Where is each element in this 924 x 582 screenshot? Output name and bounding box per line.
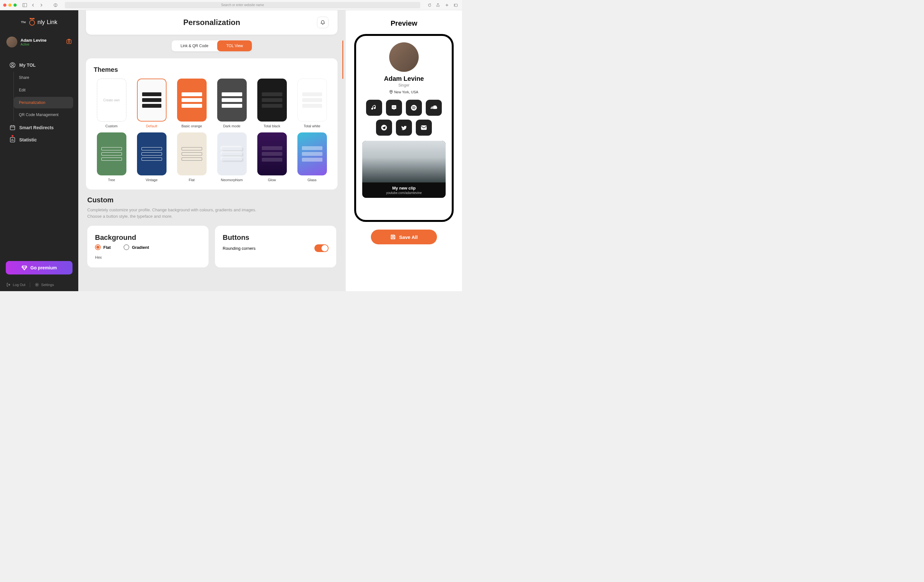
settings-label: Settings [41, 283, 54, 287]
music-icon[interactable] [366, 100, 382, 116]
svg-point-14 [12, 64, 13, 66]
theme-default-label: Default [146, 124, 157, 128]
go-premium-button[interactable]: Go premium [6, 261, 73, 275]
pin-icon [389, 90, 393, 94]
socials-row [364, 100, 444, 136]
profile-badge-icon[interactable] [66, 38, 72, 46]
logout-icon [7, 283, 11, 287]
preview-avatar [389, 42, 419, 72]
theme-total-white[interactable]: Total white [294, 79, 330, 128]
preview-loc-text: New York, USA [394, 90, 418, 94]
gear-icon [35, 283, 39, 287]
theme-tree[interactable]: Tree [94, 132, 129, 182]
sub-personalization[interactable]: Personalization [14, 97, 73, 109]
sub-edit[interactable]: Edit [14, 84, 73, 96]
logout-link[interactable]: Log Out [7, 283, 25, 287]
spotify-icon[interactable] [406, 100, 422, 116]
scroll-indicator [342, 40, 343, 79]
theme-default[interactable]: Default [134, 79, 169, 128]
plus-icon[interactable] [444, 2, 450, 8]
menu-mytol[interactable]: My TOL [4, 59, 74, 71]
page-title: Personalization [107, 18, 317, 27]
clip-image [362, 141, 446, 182]
address-bar[interactable]: Search or enter website name [65, 2, 420, 8]
theme-total-black[interactable]: Total black [254, 79, 290, 128]
custom-desc1: Completely customize your profile. Chang… [87, 207, 256, 212]
tabs-icon[interactable] [453, 2, 459, 8]
themes-card: Themes Create own Custom Default Basic o… [86, 58, 338, 189]
bg-flat-radio[interactable]: Flat [95, 244, 111, 250]
preview-pane: Preview Adam Levine Singer New York, USA [345, 10, 462, 291]
svg-rect-15 [10, 126, 15, 130]
theme-neomorphism[interactable]: Neomorphism [214, 132, 249, 182]
theme-custom[interactable]: Create own Custom [94, 79, 129, 128]
tab-link-qr[interactable]: Link & QR Code [172, 40, 218, 51]
tab-tol-view[interactable]: TOL View [217, 40, 252, 51]
theme-neo-label: Neomorphism [221, 178, 243, 182]
save-label: Save All [399, 234, 418, 240]
twitter-icon[interactable] [396, 120, 412, 136]
theme-dark-mode[interactable]: Dark mode [214, 79, 249, 128]
buttons-title: Buttons [223, 233, 328, 242]
discord-icon[interactable] [386, 100, 402, 116]
view-tabs: Link & QR Code TOL View [86, 40, 338, 51]
telegram-icon[interactable] [376, 120, 392, 136]
save-all-button[interactable]: Save All [371, 230, 437, 244]
theme-black-label: Total black [264, 124, 280, 128]
traffic-lights [3, 3, 16, 7]
rounding-toggle[interactable] [314, 244, 328, 252]
svg-point-23 [36, 284, 38, 285]
soundcloud-icon[interactable] [426, 100, 442, 116]
svg-point-25 [393, 107, 393, 107]
clip-title: My new clip [365, 186, 442, 191]
user-icon [10, 62, 15, 68]
theme-glass[interactable]: Glass [294, 132, 330, 182]
profile-info: Adam Levine Active [21, 38, 46, 46]
theme-tree-label: Tree [108, 178, 115, 182]
reload-icon[interactable] [427, 2, 432, 8]
custom-desc2: Choose a button style, the typeface and … [87, 214, 173, 219]
profile-block[interactable]: Adam Levine Active [0, 36, 78, 48]
share-icon[interactable] [435, 2, 441, 8]
logout-label: Log Out [13, 283, 25, 287]
menu-statistic-label: Statistic [19, 137, 36, 142]
logo: The nly Link [0, 18, 78, 26]
notifications-button[interactable] [317, 16, 328, 28]
sub-share[interactable]: Share [14, 72, 73, 84]
svg-point-26 [394, 107, 395, 107]
svg-rect-3 [455, 4, 457, 7]
menu-mytol-label: My TOL [19, 62, 36, 67]
theme-glow[interactable]: Glow [254, 132, 290, 182]
bg-flat-label: Flat [103, 245, 111, 250]
theme-basic-orange[interactable]: Basic orange [174, 79, 210, 128]
background-title: Background [95, 233, 201, 242]
theme-white-label: Total white [304, 124, 320, 128]
theme-flat[interactable]: Flat [174, 132, 210, 182]
sidebar-toggle-icon[interactable] [22, 2, 28, 8]
sub-qr[interactable]: QR Code Management [14, 109, 73, 121]
theme-vintage[interactable]: Vintage [134, 132, 169, 182]
divider [30, 282, 30, 287]
clip-card[interactable]: My new clip youtube.com/adamlevine [362, 141, 446, 198]
settings-link[interactable]: Settings [35, 283, 54, 287]
bg-gradient-radio[interactable]: Gradient [124, 244, 149, 250]
shield-icon[interactable] [53, 2, 58, 8]
diamond-icon [21, 265, 27, 271]
page-header: Personalization [86, 10, 338, 35]
logo-nly: nly [38, 19, 45, 26]
hex-label: Hex [95, 255, 201, 260]
submenu: Share Edit Personalization QR Code Manag… [13, 72, 74, 121]
logo-link: Link [47, 19, 58, 26]
chrome-right-icons [435, 2, 459, 8]
background-card: Background Flat Gradient Hex [87, 226, 208, 268]
svg-point-11 [68, 41, 70, 43]
address-placeholder: Search or enter website name [221, 3, 264, 7]
premium-label: Go premium [30, 265, 57, 270]
menu-statistic[interactable]: Statistic [4, 134, 74, 146]
rounding-label: Rounding corners [223, 246, 256, 251]
back-icon[interactable] [30, 2, 36, 8]
menu-redirects[interactable]: Smart Redirects [4, 122, 74, 134]
forward-icon[interactable] [38, 2, 44, 8]
svg-rect-0 [23, 3, 27, 7]
mail-icon[interactable] [416, 120, 432, 136]
